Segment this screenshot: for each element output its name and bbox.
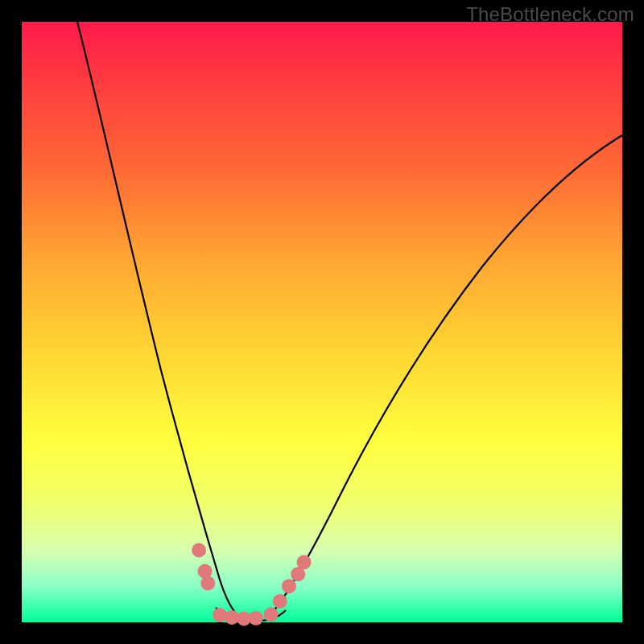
data-marker bbox=[282, 579, 296, 593]
data-marker bbox=[192, 543, 206, 558]
curves-layer bbox=[0, 0, 644, 644]
right-curve bbox=[267, 135, 622, 618]
data-marker bbox=[273, 594, 287, 609]
marker-group bbox=[192, 543, 312, 626]
data-marker bbox=[297, 555, 312, 569]
chart-frame: TheBottleneck.com bbox=[0, 0, 644, 644]
data-marker bbox=[200, 576, 215, 591]
data-marker bbox=[213, 608, 227, 622]
curve-group bbox=[77, 22, 622, 621]
data-marker bbox=[264, 607, 279, 621]
left-curve bbox=[77, 22, 242, 618]
data-marker bbox=[249, 611, 263, 625]
